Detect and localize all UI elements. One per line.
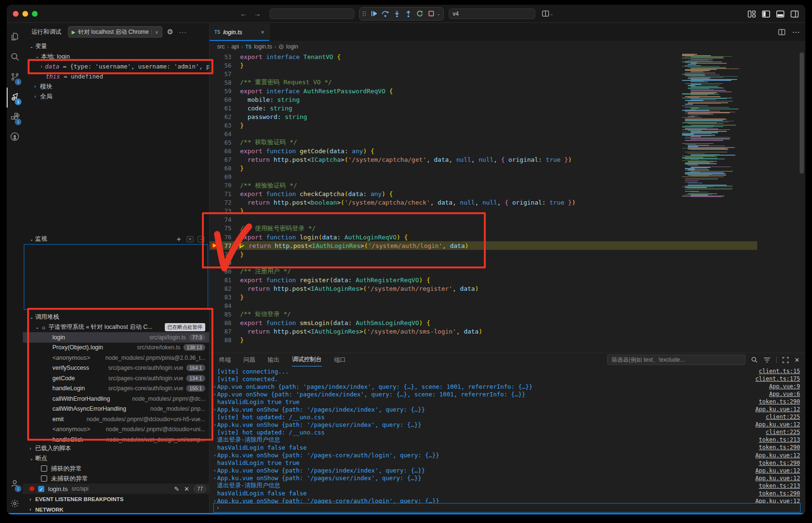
- watch-empty-area[interactable]: [24, 244, 208, 310]
- breadcrumb-item[interactable]: api: [231, 43, 239, 50]
- expand-chevron-icon[interactable]: ›: [210, 384, 217, 389]
- breakpoint-gutter[interactable]: [210, 216, 219, 224]
- activity-item-search[interactable]: [7, 48, 23, 68]
- panel-tab-问题[interactable]: 问题: [243, 353, 255, 366]
- breakpoint-caught-exceptions[interactable]: 捕获的异常: [23, 464, 209, 474]
- breadcrumb-item[interactable]: login: [286, 43, 298, 50]
- line-number[interactable]: 79: [219, 259, 231, 266]
- breakpoint-gutter[interactable]: [210, 181, 219, 190]
- breakpoint-gutter[interactable]: [210, 293, 219, 301]
- breakpoint-gutter[interactable]: [210, 164, 219, 173]
- split-editor-icon[interactable]: [778, 29, 785, 35]
- call-stack-frame[interactable]: callWithErrorHandlingnode_modules/.pnpm/…: [23, 394, 209, 404]
- breakpoint-gutter[interactable]: [210, 87, 219, 95]
- breakpoint-gutter[interactable]: [210, 198, 219, 207]
- collapse-all-icon[interactable]: −: [198, 236, 204, 242]
- stop-button[interactable]: [427, 10, 435, 18]
- toggle-primary-sidebar-icon[interactable]: [762, 10, 770, 18]
- line-number[interactable]: 56: [219, 62, 231, 69]
- zoom-window-button[interactable]: [32, 11, 38, 17]
- expand-chevron-icon[interactable]: ›: [210, 407, 217, 412]
- toggle-panel-icon[interactable]: [776, 10, 784, 18]
- panel-tab-输出[interactable]: 输出: [268, 353, 280, 366]
- line-number[interactable]: 81: [219, 276, 231, 284]
- breakpoint-gutter[interactable]: [210, 301, 219, 310]
- filter-icon[interactable]: [763, 357, 771, 363]
- breakpoint-gutter[interactable]: [210, 233, 219, 241]
- activity-item-source-control[interactable]: 1: [7, 68, 23, 88]
- breakpoint-gutter[interactable]: [210, 173, 219, 181]
- console-source-link[interactable]: client.ts:15: [752, 368, 805, 375]
- go-back-icon[interactable]: ←: [240, 10, 247, 18]
- expand-chevron-icon[interactable]: ›: [210, 453, 217, 458]
- breakpoint-gutter[interactable]: [210, 112, 219, 121]
- line-number[interactable]: 74: [219, 216, 231, 223]
- breakpoint-gutter[interactable]: [210, 250, 219, 258]
- scope-modules[interactable]: › 模块: [23, 81, 209, 91]
- step-out-button[interactable]: [404, 10, 412, 18]
- breakpoint-gutter[interactable]: [210, 104, 219, 112]
- breakpoint-gutter[interactable]: [210, 147, 219, 156]
- call-stack-frame[interactable]: callWithAsyncErrorHandlingnode_modules/.…: [23, 404, 209, 414]
- line-number[interactable]: 65: [219, 139, 231, 146]
- call-stack-frame[interactable]: <anonymous>node_modules/.pnpm/pinia@2.0.…: [23, 353, 209, 363]
- breadcrumb-item[interactable]: src: [217, 43, 225, 50]
- breakpoint-gutter[interactable]: [210, 258, 219, 267]
- call-stack-section-header[interactable]: ⌄ 调用堆栈: [23, 312, 209, 322]
- checkbox-unchecked[interactable]: [41, 465, 47, 472]
- console-source-link[interactable]: client:225: [759, 414, 805, 420]
- editor-layout-dropdown[interactable]: ⌄: [542, 10, 554, 17]
- toolbar-grip-icon[interactable]: ••••••: [362, 11, 366, 17]
- breakpoint-uncaught-exceptions[interactable]: 未捕获的异常: [23, 474, 209, 484]
- more-actions-icon[interactable]: ···: [179, 29, 187, 36]
- breakpoint-gutter[interactable]: [210, 276, 219, 284]
- add-expression-icon[interactable]: ＋: [175, 235, 182, 244]
- line-number[interactable]: 53: [219, 53, 231, 60]
- line-number[interactable]: 66: [219, 148, 231, 155]
- breakpoint-gutter[interactable]: [210, 267, 219, 276]
- console-source-link[interactable]: token.ts:213: [752, 483, 805, 489]
- activity-item-explorer[interactable]: [7, 28, 23, 48]
- line-number[interactable]: 84: [219, 302, 231, 309]
- network-section-header[interactable]: › NETWORK: [23, 504, 209, 514]
- panel-tab-端口[interactable]: 端口: [334, 353, 346, 366]
- customize-layout-icon[interactable]: [748, 10, 756, 18]
- expand-chevron-icon[interactable]: ›: [210, 392, 217, 397]
- command-center-search[interactable]: [270, 9, 354, 19]
- variable-row-data[interactable]: › data = {type: 'username', username: 'a…: [23, 61, 209, 71]
- breakpoint-gutter[interactable]: [210, 69, 219, 78]
- call-stack-frame[interactable]: getCodesrc/pages-core/auth/login.vue134:…: [23, 373, 209, 384]
- watch-section-header[interactable]: ⌄ 监视 ＋ ✕ −: [23, 234, 209, 244]
- activity-item-extensions[interactable]: 1: [7, 108, 23, 128]
- breakpoint-gutter[interactable]: [210, 318, 219, 327]
- expand-chevron-icon[interactable]: ›: [210, 498, 217, 503]
- line-number[interactable]: 82: [219, 285, 231, 292]
- launch-config-dropdown[interactable]: ▶ 针对 localhost 启动 Chrome ∨: [68, 26, 162, 38]
- call-stack-frame[interactable]: handleLoginsrc/pages-core/auth/login.vue…: [23, 384, 209, 394]
- maximize-panel-icon[interactable]: [782, 357, 789, 363]
- console-source-link[interactable]: App.ku.vue:12: [749, 406, 805, 413]
- expand-chevron-icon[interactable]: ›: [210, 468, 217, 473]
- minimap[interactable]: [682, 54, 798, 206]
- close-tab-icon[interactable]: ×: [261, 29, 264, 36]
- console-filter-input[interactable]: 筛选器(例如 text、!exclude...: [607, 355, 745, 365]
- expand-chevron-icon[interactable]: ›: [210, 422, 217, 427]
- breakpoint-login-ts[interactable]: ✓ login.ts src/api ✎ ✕ 77: [23, 484, 209, 494]
- debug-console-input[interactable]: ›: [213, 503, 801, 513]
- code-editor[interactable]: 53export interface TenantVO {56}5758/** …: [210, 52, 805, 353]
- breakpoint-gutter[interactable]: [210, 61, 219, 69]
- console-source-link[interactable]: token.ts:290: [752, 444, 805, 451]
- console-source-link[interactable]: App.vue:6: [762, 391, 805, 397]
- call-stack-frame[interactable]: verifySuccesssrc/pages-core/auth/login.v…: [23, 363, 209, 374]
- event-listener-breakpoints-header[interactable]: › EVENT LISTENER BREAKPOINTS: [23, 494, 209, 504]
- console-source-link[interactable]: App.ku.vue:12: [749, 475, 805, 482]
- breakpoint-gutter[interactable]: [210, 327, 219, 336]
- line-number[interactable]: 70: [219, 182, 231, 189]
- continue-button[interactable]: [370, 10, 378, 18]
- debug-settings-gear-icon[interactable]: ⚙: [167, 28, 173, 36]
- line-number[interactable]: 68: [219, 165, 231, 172]
- line-number[interactable]: 78: [219, 251, 231, 258]
- line-number[interactable]: 57: [219, 70, 231, 78]
- activity-item-settings[interactable]: [7, 494, 23, 514]
- line-number[interactable]: 63: [219, 122, 231, 129]
